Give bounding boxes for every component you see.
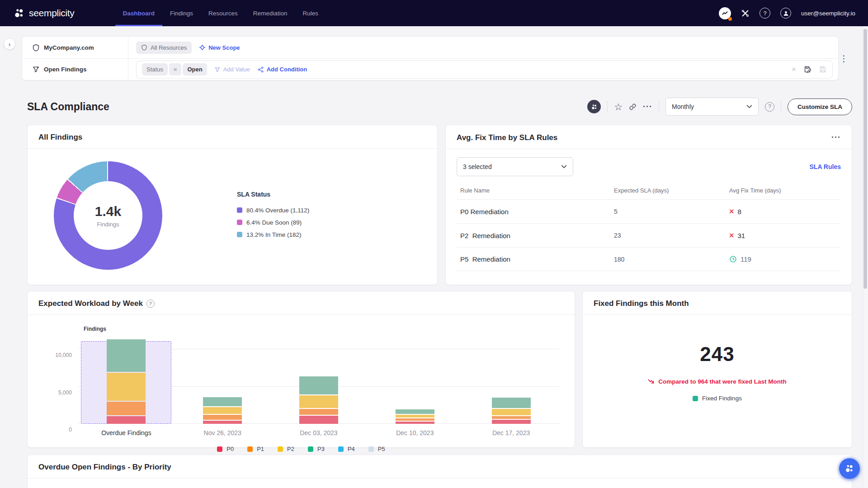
assistant-fab-button[interactable]: [839, 458, 860, 479]
legend-item-p2[interactable]: P2: [278, 446, 294, 453]
help-glyph: ?: [768, 103, 771, 110]
sla-rules-table: Rule Name Expected SLA (days) Avg Fix Ti…: [457, 183, 841, 271]
period-help-icon[interactable]: ?: [765, 102, 774, 112]
user-avatar-icon[interactable]: [780, 8, 791, 19]
scrollbar-track[interactable]: [863, 26, 868, 488]
table-row[interactable]: P5 Remediation180119: [457, 248, 841, 271]
bar-slot[interactable]: [271, 340, 367, 424]
add-value-button[interactable]: Add Value: [214, 66, 250, 73]
sla-ok-clock-icon: [729, 255, 737, 263]
table-row[interactable]: P0 Remediation5×8: [457, 200, 841, 224]
bar-slot[interactable]: [367, 340, 463, 424]
donut-center: 1.4k Findings: [74, 181, 142, 250]
legend-swatch: [217, 446, 222, 452]
chevron-down-icon: [561, 165, 567, 169]
nav-item-dashboard[interactable]: Dashboard: [115, 0, 163, 26]
all-resources-chip[interactable]: All Resources: [136, 42, 192, 54]
legend-swatch: [237, 220, 242, 225]
shield-icon: [32, 44, 40, 52]
period-select[interactable]: Monthly: [665, 98, 759, 116]
stacked-bar-chart[interactable]: Findings 05,00010,000: [78, 340, 559, 424]
save-edit-icon[interactable]: [803, 66, 811, 74]
priority-legend: P0P1P2P3P4P5: [38, 446, 564, 453]
avg-fix-cell: 119: [726, 248, 841, 271]
legend-item-p4[interactable]: P4: [338, 446, 355, 453]
fixed-findings-body: 243 Compared to 964 that were fixed Last…: [583, 315, 852, 402]
filter-row: Open Findings Status = Open Add Value Ad…: [22, 58, 838, 80]
save-icon[interactable]: [819, 66, 827, 74]
bar-segment-p3: [107, 339, 146, 372]
bar-segment-p2: [492, 409, 531, 415]
seemplicity-logo-icon: [844, 464, 854, 474]
bar-segment-p0: [492, 420, 531, 424]
legend-item: 13.2% In Time (182): [237, 229, 309, 241]
card-more-icon[interactable]: ···: [831, 133, 841, 142]
more-options-icon[interactable]: ···: [643, 103, 652, 111]
main-content: SLA Compliance ☆ ··· Monthly ? Customize…: [0, 98, 868, 488]
view-cell[interactable]: Open Findings: [22, 59, 128, 80]
clear-filter-icon[interactable]: ×: [792, 66, 796, 73]
bar-slot[interactable]: [175, 340, 271, 424]
share-link-icon[interactable]: [629, 103, 637, 111]
bar-slot[interactable]: [78, 340, 175, 424]
bar-segment-p2: [396, 415, 434, 418]
legend-item-p3[interactable]: P3: [308, 446, 325, 453]
legend-swatch: [247, 446, 253, 452]
expected-sla-cell: 23: [610, 224, 726, 248]
condition-field[interactable]: Status: [142, 63, 168, 75]
workload-help-icon[interactable]: ?: [146, 300, 155, 308]
bar-slot[interactable]: [463, 340, 559, 424]
nav-item-findings[interactable]: Findings: [162, 0, 201, 26]
bar-segment-p1: [396, 418, 434, 421]
x-axis-labels: Overdue FindingsNov 26, 2023Dec 03, 2023…: [78, 429, 559, 436]
sla-donut-chart[interactable]: 1.4k Findings: [54, 161, 162, 270]
nav-item-rules[interactable]: Rules: [295, 0, 326, 26]
bar-segment-p0: [396, 422, 434, 424]
help-icon[interactable]: ?: [760, 8, 770, 19]
dashboard-owner-icon[interactable]: [587, 100, 601, 113]
nav-item-resources[interactable]: Resources: [201, 0, 245, 26]
rules-multiselect[interactable]: 3 selected: [457, 157, 573, 176]
condition-value[interactable]: Open: [183, 63, 207, 75]
stacked-bar[interactable]: [107, 339, 146, 424]
favorite-star-icon[interactable]: ☆: [614, 102, 623, 112]
activity-icon[interactable]: [719, 7, 731, 19]
help-glyph: ?: [763, 10, 766, 17]
funnel-icon: [214, 66, 221, 73]
nav-item-remediation[interactable]: Remediation: [245, 0, 295, 26]
customize-sla-button[interactable]: Customize SLA: [788, 99, 852, 115]
comparison-row: Compared to 964 that were fixed Last Mon…: [648, 378, 787, 385]
col-expected-sla: Expected SLA (days): [610, 183, 726, 200]
table-row[interactable]: P2 Remediation23×31: [457, 224, 841, 248]
stacked-bar[interactable]: [396, 409, 434, 424]
condition-operator[interactable]: =: [169, 63, 182, 75]
legend-label: P3: [317, 446, 325, 453]
divider: [659, 101, 659, 113]
expand-sidebar-button[interactable]: ›: [4, 38, 15, 50]
legend-title: SLA Status: [237, 191, 309, 198]
scrollbar-thumb[interactable]: [863, 29, 867, 289]
user-email[interactable]: user@seemplicity.io: [801, 10, 855, 17]
legend-item-p1[interactable]: P1: [247, 446, 264, 453]
legend-item-p5[interactable]: P5: [368, 446, 385, 453]
sla-rules-link[interactable]: SLA Rules: [810, 163, 841, 170]
admin-tools-icon[interactable]: [741, 9, 750, 18]
stacked-bar[interactable]: [299, 376, 338, 424]
chevron-right-icon: ›: [9, 40, 11, 48]
legend-item: 80.4% Overdue (1,112): [237, 204, 309, 216]
scope-cell[interactable]: MyCompany.com: [22, 37, 128, 58]
all-resources-label: All Resources: [151, 44, 187, 51]
bar-segment-p0: [299, 416, 338, 424]
col-avg-fix-time: Avg Fix Time (days): [726, 183, 841, 200]
legend-label: P1: [257, 446, 264, 453]
add-condition-button[interactable]: Add Condition: [257, 66, 307, 73]
stacked-bar[interactable]: [492, 398, 531, 424]
stacked-bar[interactable]: [203, 397, 242, 424]
scope-name: MyCompany.com: [44, 44, 94, 51]
new-scope-button[interactable]: New Scope: [199, 44, 240, 51]
filter-kebab-icon[interactable]: ⋮: [840, 53, 848, 64]
legend-item-p0[interactable]: P0: [217, 446, 234, 453]
notification-badge: [728, 17, 732, 21]
donut-total-label: Findings: [97, 221, 119, 228]
bar-segment-p3: [299, 376, 338, 394]
